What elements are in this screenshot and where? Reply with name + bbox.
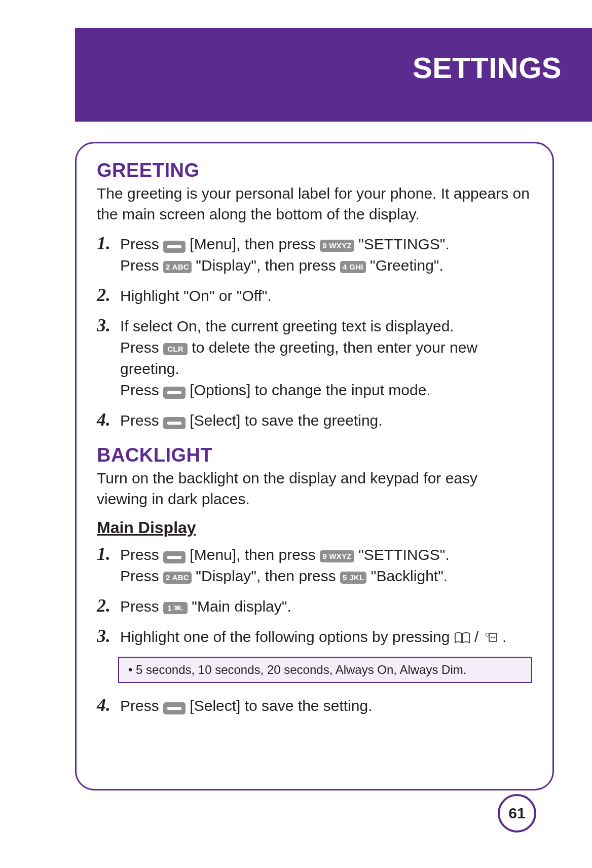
keypad-key-icon: CLR [163, 343, 188, 355]
step-body: If select On, the current greeting text … [120, 316, 532, 401]
step-number: 3. [97, 316, 120, 336]
page-number: 61 [498, 794, 536, 833]
keypad-key-icon: 2 ABC [163, 572, 192, 584]
content-panel-wrap: GREETING The greeting is your personal l… [75, 142, 554, 790]
step-body: Highlight one of the following options b… [120, 626, 532, 648]
backlight-subtitle: Main Display [97, 518, 532, 537]
step-body: Press 1 ✉. "Main display". [120, 596, 532, 617]
softkey-icon [163, 417, 186, 429]
softkey-icon [163, 241, 186, 253]
keypad-key-icon: 5 JKL [340, 572, 366, 584]
greeting-heading: GREETING [97, 160, 532, 181]
step-item: 3.If select On, the current greeting tex… [97, 316, 532, 401]
keypad-key-icon: 1 ✉. [163, 602, 188, 614]
softkey-icon [163, 551, 186, 563]
svg-point-0 [486, 633, 489, 636]
step-item: 1.Press [Menu], then press 9 WXYZ "SETTI… [97, 234, 532, 276]
softkey-icon [163, 702, 186, 714]
step-body: Press [Menu], then press 9 WXYZ "SETTING… [120, 544, 532, 587]
softkey-icon [163, 387, 186, 399]
options-note-box: • 5 seconds, 10 seconds, 20 seconds, Alw… [118, 657, 532, 683]
keypad-key-icon: 9 WXYZ [320, 550, 354, 562]
step-item: 2.Press 1 ✉. "Main display". [97, 596, 532, 617]
step-item: 3.Highlight one of the following options… [97, 626, 532, 648]
svg-rect-1 [489, 633, 497, 641]
greeting-intro: The greeting is your personal label for … [97, 183, 532, 224]
step-item: 4.Press [Select] to save the setting. [97, 695, 532, 716]
svg-point-2 [491, 637, 492, 638]
step-number: 3. [97, 626, 120, 647]
book-nav-icon [454, 631, 470, 644]
backlight-heading: BACKLIGHT [97, 444, 532, 466]
step-item: 1.Press [Menu], then press 9 WXYZ "SETTI… [97, 544, 532, 587]
game-nav-icon [483, 630, 498, 644]
backlight-steps: 1.Press [Menu], then press 9 WXYZ "SETTI… [97, 544, 532, 716]
backlight-intro: Turn on the backlight on the display and… [97, 468, 532, 509]
content-panel: GREETING The greeting is your personal l… [75, 142, 554, 790]
step-item: 2.Highlight "On" or "Off". [97, 285, 532, 307]
svg-point-3 [493, 637, 495, 638]
page-header-title: SETTINGS [413, 51, 562, 85]
step-body: Press [Select] to save the greeting. [120, 410, 532, 431]
step-number: 2. [97, 596, 120, 616]
step-body: Press [Select] to save the setting. [120, 695, 532, 716]
step-item: 4.Press [Select] to save the greeting. [97, 410, 532, 431]
step-number: 4. [97, 410, 120, 430]
step-number: 4. [97, 695, 120, 715]
greeting-steps: 1.Press [Menu], then press 9 WXYZ "SETTI… [97, 234, 532, 431]
step-body: Press [Menu], then press 9 WXYZ "SETTING… [120, 234, 532, 276]
step-number: 2. [97, 285, 120, 306]
step-body: Highlight "On" or "Off". [120, 285, 532, 307]
keypad-key-icon: 9 WXYZ [320, 240, 354, 252]
step-number: 1. [97, 544, 120, 564]
keypad-key-icon: 2 ABC [163, 261, 192, 273]
header-bar: SETTINGS [75, 28, 592, 122]
step-number: 1. [97, 234, 120, 254]
keypad-key-icon: 4 GHI [340, 261, 366, 273]
